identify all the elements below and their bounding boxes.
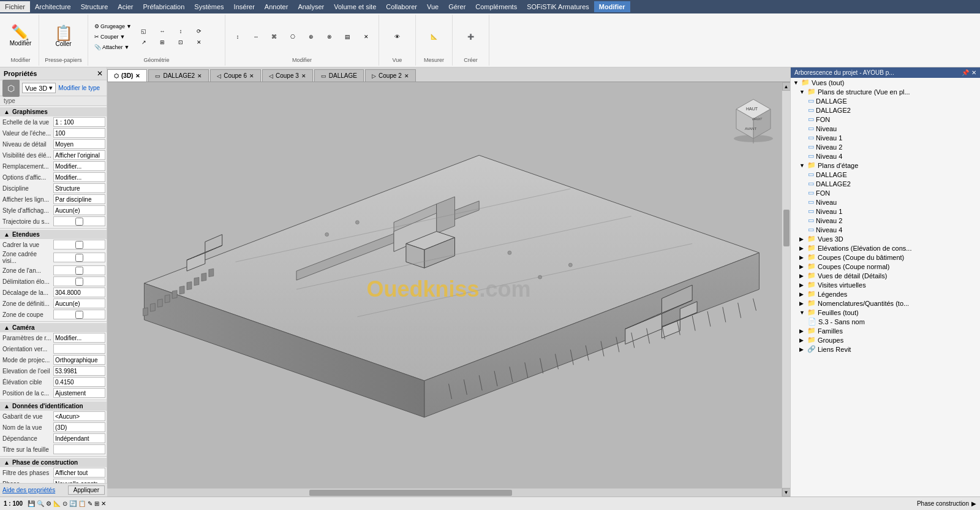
tree-item-coupes-normal[interactable]: ▶ 📁 Coupes (Coupe normal) xyxy=(791,262,980,271)
attacher-button[interactable]: 📎 Attacher ▼ xyxy=(92,42,134,52)
section-phase-header[interactable]: ▲ Phase de construction xyxy=(0,458,107,467)
cadrer-checkbox[interactable] xyxy=(55,241,104,249)
mod-tool-7[interactable]: ▤ xyxy=(339,32,356,42)
tree-item-coupes-bat[interactable]: ▶ 📁 Coupes (Coupe du bâtiment) xyxy=(791,253,980,262)
tree-item-fon-1[interactable]: ▭ FON xyxy=(791,115,980,124)
mod-tool-4[interactable]: ⎔ xyxy=(284,32,301,42)
tree-item-nomenclatures[interactable]: ▶ 📁 Nomenclatures/Quantités (to... xyxy=(791,299,980,308)
scroll-up-btn[interactable]: ▲ xyxy=(782,82,791,91)
grugeage-button[interactable]: ⚙ Grugeage ▼ xyxy=(92,21,134,31)
tree-item-s3[interactable]: 📄 S.3 - Sans nom xyxy=(791,317,980,326)
tree-item-vues-detail[interactable]: ▶ 📁 Vues de détail (Détails) xyxy=(791,271,980,280)
geo-tool-8[interactable]: ✕ xyxy=(190,37,208,47)
tree-item-fon-2[interactable]: ▭ FON xyxy=(791,188,980,197)
geo-tool-6[interactable]: ⊞ xyxy=(154,37,171,47)
viewport-scrollbar-horizontal[interactable] xyxy=(107,488,782,497)
view-type-selector[interactable]: Vue 3D ▾ xyxy=(22,83,56,93)
mod-tool-1[interactable]: ↕ xyxy=(229,32,246,42)
menu-gerer[interactable]: Gérer xyxy=(443,1,470,12)
zone-an-checkbox[interactable] xyxy=(55,267,104,275)
status-icon-9[interactable]: ⊞ xyxy=(94,500,99,507)
geo-tool-5[interactable]: ↗ xyxy=(135,37,153,47)
tab-3d[interactable]: ⬡ (3D) ✕ xyxy=(107,69,147,82)
tab-dallage[interactable]: ▭ DALLAGE xyxy=(314,69,364,82)
tab-coupe3[interactable]: ◁ Coupe 3 ✕ xyxy=(262,69,313,82)
tab-3d-close[interactable]: ✕ xyxy=(135,73,140,79)
menu-structure[interactable]: Structure xyxy=(76,1,113,12)
tree-item-niveau-4b[interactable]: ▭ Niveau 4 xyxy=(791,225,980,234)
tree-item-legendes[interactable]: ▶ 📁 Légendes xyxy=(791,289,980,299)
geo-tool-1[interactable]: ◱ xyxy=(135,26,153,36)
model-area[interactable]: Ouedkniss.com AVANT DROIT HAUT xyxy=(107,82,790,497)
tree-item-elevations[interactable]: ▶ 📁 Elévations (Elévation de cons... xyxy=(791,243,980,253)
tab-coupe2[interactable]: ▷ Coupe 2 ✕ xyxy=(365,69,416,82)
menu-volume[interactable]: Volume et site xyxy=(329,1,381,12)
properties-close-btn[interactable]: ✕ xyxy=(97,69,103,78)
tree-item-vues3d[interactable]: ▶ 📁 Vues 3D xyxy=(791,234,980,243)
tree-item-groupes[interactable]: ▶ 📁 Groupes xyxy=(791,335,980,344)
tree-item-dallage-1[interactable]: ▭ DALLAGE xyxy=(791,96,980,105)
modify-type-link[interactable]: Modifier le type xyxy=(58,85,100,91)
menu-sofistik[interactable]: SOFiSTiK Armatures xyxy=(522,1,594,12)
tree-item-visites[interactable]: ▶ 📁 Visites virtuelles xyxy=(791,280,980,289)
tree-item-niveau-1b[interactable]: ▭ Niveau 1 xyxy=(791,207,980,216)
apply-button[interactable]: Appliquer xyxy=(68,485,105,495)
tree-item-vues-tout[interactable]: ▼ 📁 Vues (tout) xyxy=(791,78,980,87)
geo-tool-2[interactable]: ↔ xyxy=(154,26,171,36)
viewport-scrollbar-vertical[interactable]: ▲ ▼ xyxy=(782,82,790,497)
menu-vue[interactable]: Vue xyxy=(422,1,443,12)
tree-item-dallage-2[interactable]: ▭ DALLAGE xyxy=(791,170,980,179)
zone-coupe-checkbox[interactable] xyxy=(55,311,104,319)
mod-tool-2[interactable]: ↔ xyxy=(247,32,265,42)
tree-close-btn[interactable]: ✕ xyxy=(971,69,976,76)
status-icon-5[interactable]: ⊙ xyxy=(62,500,67,507)
tree-item-niveau-2a[interactable]: ▭ Niveau 2 xyxy=(791,142,980,151)
status-icon-3[interactable]: ⚙ xyxy=(46,500,51,507)
scroll-right-btn[interactable]: ▶ xyxy=(971,500,976,507)
menu-complements[interactable]: Compléments xyxy=(470,1,522,12)
menu-acier[interactable]: Acier xyxy=(113,1,138,12)
modifier-button[interactable]: ✏️ Modifier xyxy=(6,22,36,50)
scroll-track-v[interactable] xyxy=(782,91,790,488)
tab-coupe3-close[interactable]: ✕ xyxy=(301,73,306,79)
menu-annoter[interactable]: Annoter xyxy=(260,1,293,12)
trajectoire-checkbox[interactable] xyxy=(55,218,104,226)
menu-modifier[interactable]: Modifier xyxy=(594,1,630,12)
tree-item-dallage2-1[interactable]: ▭ DALLAGE2 xyxy=(791,105,980,115)
tree-item-niveau-2b[interactable]: ▭ Niveau 2 xyxy=(791,216,980,225)
tab-coupe6-close[interactable]: ✕ xyxy=(249,73,254,79)
section-donnees-header[interactable]: ▲ Données d'identification xyxy=(0,402,107,411)
mod-tool-6[interactable]: ⊗ xyxy=(321,32,338,42)
tree-item-niveau-1[interactable]: ▭ Niveau 1 xyxy=(791,133,980,142)
menu-fichier[interactable]: Fichier xyxy=(0,1,30,12)
status-icon-7[interactable]: 📋 xyxy=(78,500,86,507)
tab-dallage2-close[interactable]: ✕ xyxy=(197,73,202,79)
status-icon-10[interactable]: ✕ xyxy=(101,500,106,507)
geo-tool-7[interactable]: ⊡ xyxy=(172,37,189,47)
menu-prefabrication[interactable]: Préfabrication xyxy=(138,1,189,12)
tree-item-niveau-4a[interactable]: ▭ Niveau 4 xyxy=(791,151,980,161)
tab-coupe2-close[interactable]: ✕ xyxy=(404,73,409,79)
tree-item-plans-structure[interactable]: ▼ 📁 Plans de structure (Vue en pl... xyxy=(791,87,980,96)
menu-inserer[interactable]: Insérer xyxy=(229,1,260,12)
status-icon-1[interactable]: 💾 xyxy=(28,500,35,507)
viewport-3d[interactable]: Ouedkniss.com AVANT DROIT HAUT xyxy=(107,82,790,497)
tree-item-liens-revit[interactable]: ▶ 🔗 Liens Revit xyxy=(791,344,980,354)
menu-architecture[interactable]: Architecture xyxy=(30,1,76,12)
creer-button[interactable]: ➕ xyxy=(462,32,479,42)
delim-checkbox[interactable] xyxy=(55,278,104,286)
couper-button[interactable]: ✂ Couper ▼ xyxy=(92,32,134,42)
coller-button[interactable]: 📋 Coller xyxy=(51,23,77,50)
menu-analyser[interactable]: Analyser xyxy=(293,1,329,12)
view-cube[interactable]: AVANT DROIT HAUT xyxy=(729,94,778,143)
tree-item-familles[interactable]: ▶ 📁 Familles xyxy=(791,326,980,335)
status-icon-6[interactable]: 🔄 xyxy=(69,500,77,507)
tree-item-niveau-0[interactable]: ▭ Niveau xyxy=(791,124,980,133)
status-icon-4[interactable]: 📐 xyxy=(53,500,61,507)
mesurer-button[interactable]: 📐 xyxy=(425,32,442,42)
scroll-down-btn[interactable]: ▼ xyxy=(782,488,791,497)
tab-coupe6[interactable]: ◁ Coupe 6 ✕ xyxy=(210,69,261,82)
help-link[interactable]: Aide des propriétés xyxy=(2,487,55,493)
geo-tool-3[interactable]: ↕ xyxy=(172,26,189,36)
section-graphismes-header[interactable]: ▲ Graphismes xyxy=(0,107,107,116)
